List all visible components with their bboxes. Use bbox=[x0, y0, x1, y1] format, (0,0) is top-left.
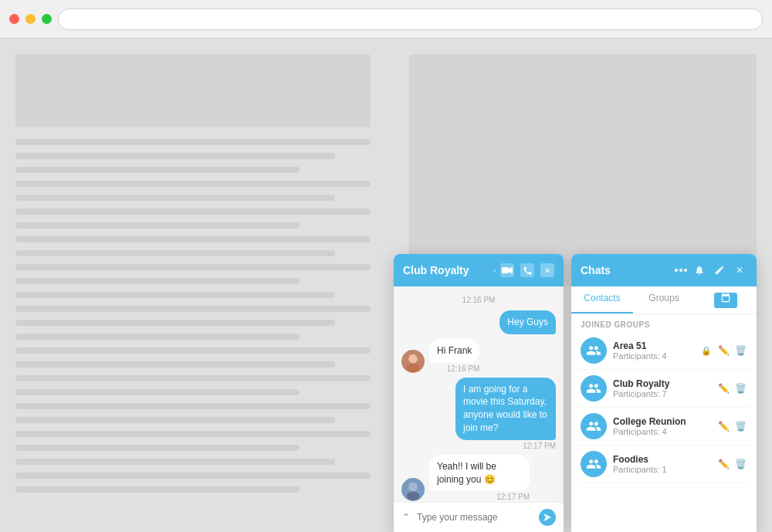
message-bubble-incoming: Yeah!! I will be joining you 😊 bbox=[429, 455, 530, 492]
traffic-light-green[interactable] bbox=[42, 14, 52, 24]
chat-message-input[interactable] bbox=[417, 512, 533, 523]
groups-list: Area 51 Participants: 4 🔒 ✏️ 🗑️ Club Roy… bbox=[571, 332, 757, 532]
bg-line bbox=[15, 389, 300, 395]
delete-group-button[interactable]: 🗑️ bbox=[733, 419, 747, 433]
group-name: Club Royalty bbox=[613, 378, 710, 389]
main-content: Club Royalty › ✕ 12:16 PM bbox=[0, 39, 772, 532]
bg-line bbox=[15, 181, 371, 187]
chat-window-title: Club Royalty bbox=[403, 264, 489, 276]
traffic-light-red[interactable] bbox=[9, 14, 19, 24]
svg-marker-8 bbox=[543, 513, 551, 521]
group-actions: ✏️ 🗑️ bbox=[716, 381, 747, 395]
calendar-icon bbox=[714, 293, 737, 308]
chat-close-button[interactable]: ✕ bbox=[540, 263, 554, 277]
message-timestamp: 12:17 PM bbox=[455, 442, 556, 450]
more-options-button[interactable] bbox=[675, 269, 687, 272]
message-bubble-outgoing: I am going for a movie this Saturday, an… bbox=[455, 378, 556, 440]
delete-group-button[interactable]: 🗑️ bbox=[733, 344, 747, 357]
chat-messages-area: 12:16 PM Hey Guys Hi Frank 12:16 PM I am… bbox=[394, 286, 564, 502]
message-bubble-incoming: Hi Frank bbox=[429, 339, 479, 363]
bg-banner bbox=[15, 54, 371, 127]
group-name: Foodies bbox=[613, 454, 710, 465]
joined-groups-label: JOINED GROUPS bbox=[571, 314, 757, 332]
phone-call-button[interactable] bbox=[520, 263, 534, 277]
group-actions: ✏️ 🗑️ bbox=[716, 457, 747, 471]
group-name: College Reunion bbox=[613, 416, 710, 427]
group-avatar bbox=[581, 337, 607, 364]
chats-tabs: Contacts Groups bbox=[571, 286, 757, 314]
edit-group-button[interactable]: ✏️ bbox=[716, 457, 730, 471]
svg-point-4 bbox=[408, 483, 418, 492]
bg-line bbox=[15, 361, 335, 368]
group-participants: Participants: 4 bbox=[613, 427, 710, 436]
svg-marker-1 bbox=[509, 267, 513, 274]
browser-chrome bbox=[0, 0, 772, 39]
group-info: Foodies Participants: 1 bbox=[613, 454, 710, 474]
bg-line bbox=[15, 445, 300, 451]
bg-lines bbox=[15, 139, 371, 493]
message-timestamp: 12:16 PM bbox=[401, 296, 556, 304]
bg-line bbox=[15, 139, 371, 145]
svg-point-3 bbox=[407, 363, 420, 372]
edit-group-button[interactable]: ✏️ bbox=[716, 344, 730, 357]
group-item[interactable]: Area 51 Participants: 4 🔒 ✏️ 🗑️ bbox=[577, 332, 750, 370]
video-call-button[interactable] bbox=[500, 263, 514, 277]
group-actions: 🔒 ✏️ 🗑️ bbox=[699, 344, 747, 357]
compose-button[interactable] bbox=[712, 263, 727, 278]
group-actions: ✏️ 🗑️ bbox=[716, 419, 747, 433]
bg-line bbox=[15, 403, 371, 409]
group-item[interactable]: Club Royalty Participants: 7 ✏️ 🗑️ bbox=[577, 370, 750, 408]
delete-group-button[interactable]: 🗑️ bbox=[733, 457, 747, 471]
bg-line bbox=[15, 278, 300, 284]
group-avatar bbox=[581, 375, 607, 402]
message-row: Hi Frank 12:16 PM bbox=[401, 339, 556, 373]
tab-groups[interactable]: Groups bbox=[633, 286, 695, 313]
tab-contacts[interactable]: Contacts bbox=[571, 286, 633, 313]
bg-line bbox=[15, 222, 300, 229]
message-row: I am going for a movie this Saturday, an… bbox=[401, 378, 556, 450]
chat-input-area: ⌃ bbox=[394, 502, 564, 532]
chat-input-expand[interactable]: ⌃ bbox=[401, 511, 411, 524]
chats-header-actions: ✕ bbox=[675, 263, 747, 278]
chat-header: Club Royalty › ✕ bbox=[394, 254, 564, 286]
chat-header-actions: ✕ bbox=[500, 263, 554, 277]
bg-line bbox=[15, 347, 371, 354]
group-info: Club Royalty Participants: 7 bbox=[613, 378, 710, 398]
chat-expand-chevron[interactable]: › bbox=[493, 266, 496, 275]
chats-panel-title: Chats bbox=[581, 264, 669, 276]
group-avatar bbox=[581, 451, 607, 477]
bg-line bbox=[15, 250, 335, 256]
send-message-button[interactable] bbox=[539, 509, 556, 526]
edit-group-button[interactable]: ✏️ bbox=[716, 419, 730, 433]
chat-window: Club Royalty › ✕ 12:16 PM bbox=[394, 254, 564, 532]
message-timestamp: 12:16 PM bbox=[429, 364, 479, 373]
bg-line bbox=[15, 459, 335, 465]
bg-line bbox=[15, 486, 300, 493]
edit-group-button[interactable]: ✏️ bbox=[716, 381, 730, 395]
tab-calendar[interactable] bbox=[695, 286, 757, 313]
traffic-light-yellow[interactable] bbox=[25, 14, 36, 24]
bg-line bbox=[15, 264, 371, 270]
avatar bbox=[401, 350, 425, 373]
address-bar[interactable] bbox=[58, 8, 763, 30]
avatar bbox=[401, 478, 425, 501]
bg-line bbox=[15, 334, 300, 340]
message-row: Hey Guys bbox=[401, 310, 556, 334]
group-participants: Participants: 4 bbox=[613, 351, 693, 361]
group-item[interactable]: College Reunion Participants: 4 ✏️ 🗑️ bbox=[577, 408, 750, 446]
bg-line bbox=[15, 153, 335, 159]
delete-group-button[interactable]: 🗑️ bbox=[733, 381, 747, 395]
group-item[interactable]: Foodies Participants: 1 ✏️ 🗑️ bbox=[577, 446, 750, 483]
bg-line bbox=[15, 306, 371, 312]
bg-line bbox=[15, 292, 335, 298]
message-row: Yeah!! I will be joining you 😊 12:17 PM bbox=[401, 455, 556, 502]
group-name: Area 51 bbox=[613, 341, 693, 351]
svg-rect-0 bbox=[502, 267, 509, 273]
chats-panel: Chats ✕ Contacts Groups bbox=[571, 254, 757, 532]
notifications-button[interactable] bbox=[692, 263, 707, 278]
bg-line bbox=[15, 208, 371, 215]
chats-close-button[interactable]: ✕ bbox=[732, 263, 747, 278]
svg-point-5 bbox=[407, 492, 420, 501]
bg-line bbox=[15, 417, 335, 423]
bg-right-panel bbox=[409, 54, 757, 286]
